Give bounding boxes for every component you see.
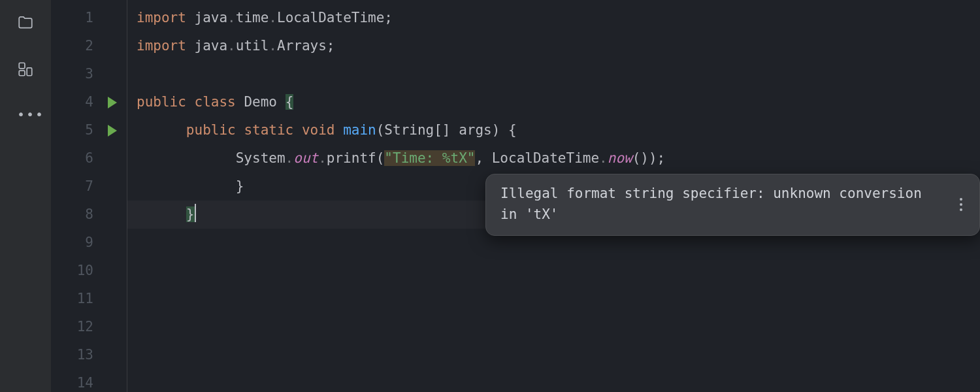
inspection-tooltip[interactable]: Illegal format string specifier: unknown… [485,174,980,236]
code-token: { [286,94,294,110]
gutter-line-number[interactable]: 14 [51,369,126,392]
code-token: . [269,10,277,25]
code-token: ( [376,122,385,138]
gutter-line-number[interactable]: 3 [51,60,126,88]
gutter-line-number[interactable]: 12 [51,313,126,341]
code-token: ; [327,38,335,54]
gutter-line-number[interactable]: 9 [51,229,126,257]
code-token: } [186,206,195,222]
code-line[interactable] [127,369,980,392]
code-line[interactable]: System.out.printf("Time: %tX", LocalDate… [127,144,980,172]
left-tool-window-bar: ••• [0,0,51,392]
gutter-line-number[interactable]: 11 [51,285,126,313]
code-line[interactable]: public class Demo { [127,88,980,116]
code-token: System [236,150,286,166]
code-token: ()); [632,150,666,166]
code-line[interactable]: public static void main(String[] args) { [127,116,980,144]
gutter-line-number[interactable]: 8 [51,201,126,229]
gutter-line-number[interactable]: 10 [51,257,126,285]
code-token: LocalDateTime [492,150,599,166]
code-token: } [236,178,244,194]
caret [195,204,196,222]
code-token: java [195,38,228,54]
code-token: ; [384,10,393,25]
code-line[interactable] [127,341,980,369]
tooltip-more-actions-icon[interactable] [957,195,965,214]
code-token [293,122,302,138]
code-token: import [137,38,186,54]
code-token: import [137,10,186,25]
code-token: static [244,122,293,138]
code-token: . [599,150,608,166]
code-token: . [227,10,236,25]
code-token: args [459,122,492,138]
gutter-line-number[interactable]: 2 [51,32,126,60]
code-token: "Time: %tX" [384,150,475,166]
code-token: . [318,150,327,166]
code-token: . [269,38,277,54]
gutter-line-number[interactable]: 13 [51,341,126,369]
code-line[interactable] [127,285,980,313]
code-line[interactable] [127,60,980,88]
gutter[interactable]: 1234567891011121314 [51,0,127,392]
code-token [236,122,244,138]
code-token [335,122,343,138]
code-token: now [608,150,632,166]
code-line[interactable]: import java.time.LocalDateTime; [127,4,980,32]
more-tools-icon[interactable]: ••• [15,106,36,127]
code-token: util [236,38,269,54]
svg-rect-2 [27,68,32,76]
code-token [186,10,195,25]
code-line[interactable] [127,257,980,285]
code-token: [] [434,122,459,138]
code-token [236,94,244,110]
code-token [186,38,195,54]
svg-rect-1 [19,71,25,76]
project-tool-icon[interactable] [15,12,36,33]
editor: 1234567891011121314 import java.time.Loc… [51,0,980,392]
code-token: LocalDateTime [277,10,384,25]
code-token: printf [327,150,376,166]
code-token: . [286,150,294,166]
gutter-line-number[interactable]: 1 [51,4,126,32]
code-token: class [195,94,236,110]
code-token: ( [376,150,385,166]
code-token: . [227,38,236,54]
structure-tool-icon[interactable] [15,59,36,80]
code-token: java [195,10,228,25]
gutter-line-number[interactable]: 6 [51,144,126,172]
code-token: main [343,122,376,138]
code-token: , [475,150,491,166]
code-token [186,94,195,110]
code-line[interactable] [127,313,980,341]
code-token [277,94,286,110]
code-token: Demo [244,94,277,110]
code-token: public [137,94,186,110]
code-token: String [384,122,434,138]
gutter-line-number[interactable]: 7 [51,172,126,201]
gutter-line-number[interactable]: 5 [51,116,126,144]
code-line[interactable]: import java.util.Arrays; [127,32,980,60]
code-token: Arrays [277,38,327,54]
code-token: public [186,122,236,138]
code-token: time [236,10,269,25]
code-token: ) { [492,122,517,138]
gutter-line-number[interactable]: 4 [51,88,126,116]
code-token: void [302,122,335,138]
code-token: out [293,150,318,166]
inspection-tooltip-text: Illegal format string specifier: unknown… [500,184,941,225]
svg-rect-0 [19,63,25,69]
